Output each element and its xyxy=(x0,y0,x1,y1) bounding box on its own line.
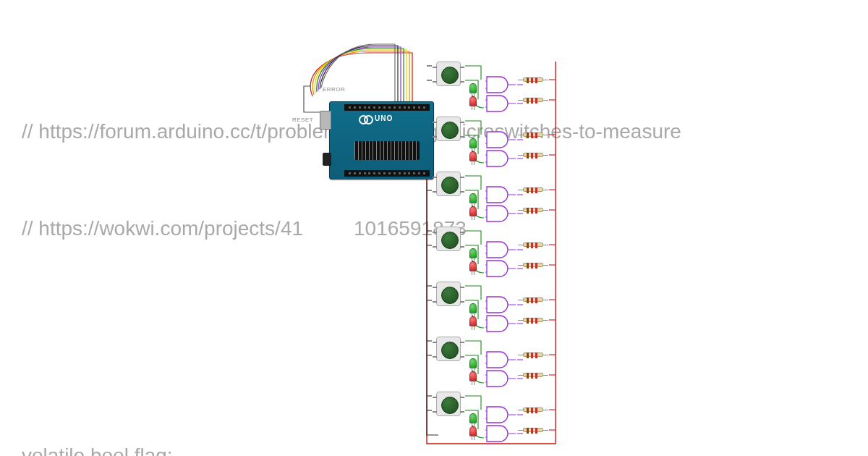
arduino-uno-board[interactable]: ERROR RESET UNO (function(){ var t=docum… xyxy=(329,101,434,180)
led-red-icon xyxy=(469,151,477,161)
and-gate-icon xyxy=(485,75,519,95)
led-red-icon xyxy=(469,206,477,216)
usb-port-icon xyxy=(320,111,331,130)
led-green-icon xyxy=(469,193,477,203)
and-gate-icon xyxy=(485,185,519,205)
pushbutton[interactable] xyxy=(436,227,461,251)
and-gate-icon xyxy=(485,368,519,389)
led-red-icon xyxy=(469,96,477,106)
switch-unit xyxy=(436,227,552,282)
led-green-icon xyxy=(469,413,477,423)
resistor-icon xyxy=(523,373,543,377)
resistor-icon xyxy=(523,242,543,247)
and-gate-icon xyxy=(485,203,519,224)
resistor-icon xyxy=(523,297,543,302)
led-green-icon xyxy=(469,83,477,93)
resistor-icon xyxy=(523,98,543,102)
resistor-icon xyxy=(523,187,543,192)
and-gate-icon xyxy=(485,313,519,334)
infinity-logo-icon xyxy=(359,115,372,122)
and-gate-icon xyxy=(485,405,519,425)
pushbutton[interactable] xyxy=(436,172,461,196)
pin-header-bottom xyxy=(344,170,430,177)
resistor-icon xyxy=(523,77,543,82)
pushbutton[interactable] xyxy=(436,282,461,306)
and-gate-icon xyxy=(485,130,519,150)
led-green-icon xyxy=(469,358,477,368)
led-green-icon xyxy=(469,303,477,313)
led-red-icon xyxy=(469,426,477,436)
resistor-icon xyxy=(523,208,543,212)
and-gate-icon xyxy=(485,423,519,444)
barrel-jack-icon xyxy=(323,153,331,166)
wokwi-preview: // https://forum.arduino.cc/t/problem-wi… xyxy=(0,0,868,456)
and-gate-icon xyxy=(485,258,519,279)
and-gate-icon xyxy=(485,93,519,114)
annotation-error: ERROR xyxy=(323,86,345,93)
atmega-chip-icon xyxy=(354,141,420,160)
switch-unit xyxy=(436,392,552,447)
pin-header-top xyxy=(344,104,430,111)
resistor-icon xyxy=(523,428,543,432)
resistor-icon xyxy=(523,263,543,267)
resistor-icon xyxy=(523,153,543,157)
resistor-icon xyxy=(523,132,543,137)
led-green-icon xyxy=(469,248,477,258)
switch-column xyxy=(436,62,552,447)
switch-unit xyxy=(436,337,552,392)
switch-unit xyxy=(436,172,552,227)
circuit-diagram[interactable]: ERROR RESET UNO (function(){ var t=docum… xyxy=(304,40,571,445)
switch-unit xyxy=(436,62,552,117)
led-red-icon xyxy=(469,316,477,326)
switch-unit xyxy=(436,117,552,172)
led-red-icon xyxy=(469,261,477,271)
resistor-icon xyxy=(523,318,543,322)
pushbutton[interactable] xyxy=(436,62,461,86)
annotation-reset: RESET xyxy=(292,117,313,123)
and-gate-icon xyxy=(485,148,519,169)
resistor-icon xyxy=(523,352,543,357)
board-model-label: UNO xyxy=(375,114,393,122)
resistor-icon xyxy=(523,408,543,412)
pushbutton[interactable] xyxy=(436,337,461,361)
pushbutton[interactable] xyxy=(436,117,461,141)
led-green-icon xyxy=(469,138,477,148)
switch-unit xyxy=(436,282,552,337)
and-gate-icon xyxy=(485,295,519,315)
and-gate-icon xyxy=(485,240,519,260)
led-red-icon xyxy=(469,371,477,381)
pushbutton[interactable] xyxy=(436,392,461,416)
and-gate-icon xyxy=(485,350,519,370)
